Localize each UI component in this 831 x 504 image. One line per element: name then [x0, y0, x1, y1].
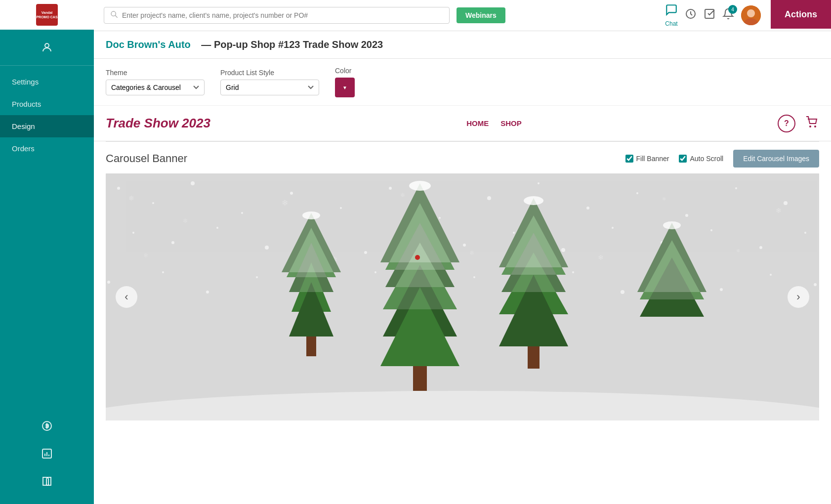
svg-point-22 — [340, 207, 342, 209]
carousel-section: Carousel Banner Fill Banner Auto Scroll … — [94, 142, 831, 428]
theme-group: Theme Categories & Carousel Standard Gri… — [106, 69, 205, 95]
svg-text:❄: ❄ — [598, 253, 604, 261]
notification-count: 4 — [728, 5, 737, 14]
svg-point-44 — [710, 229, 712, 231]
topbar: Webinars Chat 4 — [94, 0, 771, 31]
svg-point-39 — [463, 244, 466, 247]
svg-point-0 — [45, 43, 49, 47]
sidebar-item-design[interactable]: Design — [0, 115, 94, 137]
svg-rect-94 — [413, 366, 427, 391]
page-header: Doc Brown's Auto — Pop-up Shop #123 Trad… — [94, 31, 831, 59]
sidebar-icon-dollar[interactable] — [41, 413, 53, 439]
chat-icon — [665, 3, 678, 19]
svg-point-49 — [206, 291, 209, 294]
svg-point-14 — [809, 126, 811, 127]
cart-icon[interactable] — [803, 114, 819, 133]
topbar-right: Chat 4 — [665, 3, 761, 27]
svg-point-95 — [409, 181, 431, 191]
theme-select[interactable]: Categories & Carousel Standard Grid Only — [106, 80, 205, 95]
sidebar-icon-reports[interactable] — [41, 441, 53, 466]
tasks-button[interactable] — [704, 8, 715, 23]
notifications-button[interactable]: 4 — [722, 8, 734, 23]
svg-point-31 — [784, 201, 788, 205]
shop-nav-shop[interactable]: SHOP — [500, 119, 522, 127]
color-label: Color — [335, 67, 355, 75]
svg-point-19 — [191, 181, 195, 185]
shop-nav: HOME SHOP — [466, 119, 522, 127]
theme-label: Theme — [106, 69, 205, 77]
fill-banner-label[interactable]: Fill Banner — [625, 155, 669, 163]
svg-point-25 — [487, 196, 491, 200]
fill-banner-checkbox[interactable] — [625, 155, 633, 163]
shop-preview-header: Trade Show 2023 HOME SHOP ? — [94, 106, 831, 141]
svg-text:❄: ❄ — [736, 248, 740, 253]
svg-rect-82 — [306, 336, 316, 356]
snow-scene: ❄ ❄ ❄ ❄ ❄ ❄ ❄ ❄ ❄ ❄ ❄ ❄ — [106, 173, 819, 420]
svg-text:❄: ❄ — [469, 250, 474, 256]
svg-text:❄: ❄ — [662, 196, 666, 202]
chat-label: Chat — [665, 20, 677, 27]
svg-text:❄: ❄ — [776, 207, 782, 214]
svg-point-59 — [720, 288, 723, 291]
app-logo: VandalPROMO CAS — [36, 4, 58, 26]
svg-point-18 — [152, 202, 154, 204]
edit-carousel-button[interactable]: Edit Carousel Images — [733, 150, 819, 168]
chat-button[interactable]: Chat — [665, 3, 678, 27]
shop-icons: ? — [778, 114, 819, 133]
user-avatar[interactable] — [741, 5, 761, 25]
svg-point-54 — [473, 276, 475, 278]
svg-line-8 — [115, 15, 118, 18]
clock-button[interactable] — [685, 8, 697, 23]
svg-point-7 — [111, 11, 116, 16]
sidebar-item-orders[interactable]: Orders — [0, 137, 94, 160]
settings-row: Theme Categories & Carousel Standard Gri… — [94, 59, 831, 106]
search-bar — [104, 7, 450, 24]
svg-point-47 — [107, 281, 110, 284]
help-icon[interactable]: ? — [778, 115, 795, 132]
sidebar-item-settings[interactable]: Settings — [0, 71, 94, 93]
svg-rect-105 — [528, 346, 540, 369]
svg-point-52 — [374, 271, 376, 273]
svg-point-27 — [586, 207, 589, 210]
svg-text:❄: ❄ — [128, 194, 134, 202]
carousel-next-button[interactable]: › — [788, 286, 809, 308]
breadcrumb-link[interactable]: Doc Brown's Auto — [106, 39, 191, 50]
carousel-prev-button[interactable]: ‹ — [116, 286, 137, 308]
svg-point-56 — [572, 271, 574, 273]
svg-point-40 — [513, 232, 515, 234]
sidebar-logo: VandalPROMO CAS — [0, 0, 94, 30]
svg-point-37 — [364, 251, 367, 254]
search-icon — [110, 10, 118, 20]
search-input[interactable] — [122, 11, 443, 19]
sidebar-item-products[interactable]: Products — [0, 93, 94, 115]
actions-button[interactable]: Actions — [771, 0, 831, 29]
shop-nav-home[interactable]: HOME — [466, 119, 489, 127]
svg-point-15 — [814, 126, 816, 127]
color-swatch-button[interactable] — [335, 78, 355, 97]
breadcrumb-current: — Pop-up Shop #123 Trade Show 2023 — [201, 39, 383, 50]
svg-point-48 — [162, 271, 164, 273]
svg-rect-16 — [106, 173, 819, 420]
sidebar-nav: Settings Products Design Orders — [0, 66, 94, 160]
svg-point-45 — [759, 246, 762, 249]
svg-point-28 — [636, 192, 638, 194]
sidebar-icon-book[interactable] — [41, 468, 53, 494]
svg-point-17 — [117, 187, 120, 190]
webinars-button[interactable]: Webinars — [457, 7, 505, 23]
color-group: Color — [335, 67, 355, 97]
svg-point-60 — [770, 274, 772, 276]
sidebar: VandalPROMO CAS Settings Products Design… — [0, 0, 94, 504]
sidebar-icon-profile[interactable] — [41, 35, 53, 60]
svg-text:❄: ❄ — [282, 199, 288, 207]
breadcrumb-separator — [195, 39, 198, 50]
svg-point-61 — [814, 283, 817, 286]
svg-text:❄: ❄ — [143, 252, 148, 259]
carousel-section-title: Carousel Banner — [106, 152, 187, 165]
svg-point-41 — [561, 248, 565, 252]
product-list-select[interactable]: Grid List Masonry — [220, 80, 319, 95]
product-list-label: Product List Style — [220, 69, 319, 77]
auto-scroll-label[interactable]: Auto Scroll — [679, 155, 723, 163]
carousel-controls: Fill Banner Auto Scroll Edit Carousel Im… — [625, 150, 819, 168]
auto-scroll-checkbox[interactable] — [679, 155, 687, 163]
svg-point-30 — [735, 187, 737, 189]
